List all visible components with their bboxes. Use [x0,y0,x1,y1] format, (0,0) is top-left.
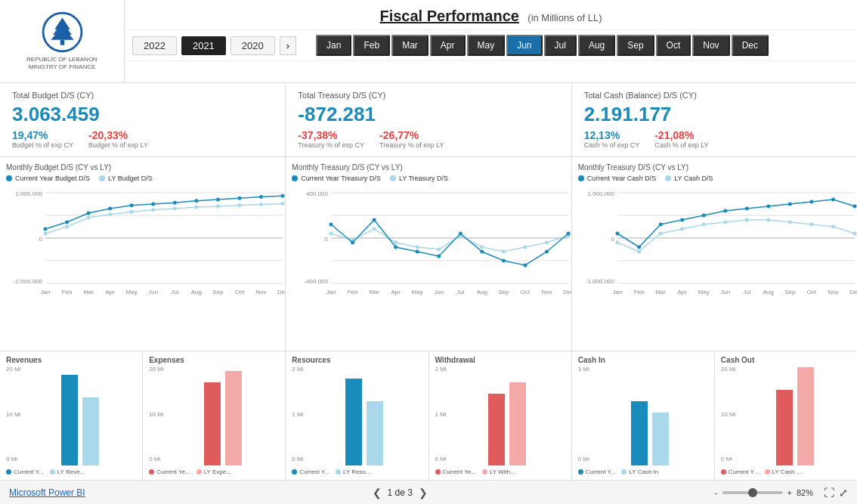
svg-text:Jul: Jul [743,289,750,295]
month-tab-nov[interactable]: Nov [692,35,729,56]
svg-point-122 [723,221,727,224]
zoom-slider[interactable] [722,491,783,494]
month-tab-jun[interactable]: Jun [506,35,542,56]
svg-text:Sep: Sep [499,289,510,295]
kpi-pct-0-0: 19,47% [12,129,73,141]
kpi-row: Total Budget D/S (CY)3.063.45919,47%Budg… [0,83,857,157]
svg-point-90 [459,232,463,236]
power-bi-link[interactable]: Microsoft Power BI [9,487,85,498]
bar-legend-label-ly-3: LY With... [490,468,515,475]
kpi-label-0-0: Budget % of exp CY [12,141,73,149]
year-nav-arrow[interactable]: › [280,36,296,55]
logo-icon [42,11,83,53]
svg-text:Jul: Jul [171,289,178,295]
svg-text:Sep: Sep [784,289,796,295]
bar-cy-0 [61,375,78,465]
footer-zoom: - + 82% ⛶ ⤢ [715,487,848,499]
svg-text:Aug: Aug [191,289,202,295]
svg-point-88 [416,250,419,254]
month-tab-apr[interactable]: Apr [430,35,466,56]
month-tab-dec[interactable]: Dec [732,35,769,56]
logo-section: REPUBLIC OF LEBANON MINISTRY OF FINANCE [0,0,125,82]
month-tab-aug[interactable]: Aug [578,35,615,56]
page-next-btn[interactable]: ❯ [419,487,428,499]
month-tab-feb[interactable]: Feb [353,35,390,56]
bar-legend-label-cy-1: Current Ye... [156,468,190,475]
bar-ly-5 [797,367,814,465]
legend-item-0-1: LY Budget D/S [99,175,153,182]
year-btn-2020[interactable]: 2020 [230,36,275,55]
svg-point-34 [194,206,198,209]
chart-panel-0: Monthly Budget D/S (CY vs LY)Current Yea… [0,157,286,351]
svg-text:Apr: Apr [391,289,401,295]
month-tab-jul[interactable]: Jul [544,35,577,56]
bar-legend-label-ly-2: LY Reso... [343,468,371,475]
bar-group-0 [24,366,137,465]
bar-panel-2: Resources2 Mi1 Mi0 MiCurrent Y...LY Reso… [286,351,428,480]
month-tab-jan[interactable]: Jan [316,35,351,56]
bar-panel-5: Cash Out20 Mi10 Mi0 MiCurrent Y...LY Cas… [715,351,857,480]
svg-point-76 [416,246,419,249]
svg-text:Dec: Dec [563,289,571,295]
svg-point-35 [216,205,220,209]
svg-rect-5 [60,39,64,45]
expand-icon[interactable]: ⛶ [824,487,834,499]
bar-legend-label-cy-0: Current Y... [14,468,44,475]
svg-text:Jan: Jan [41,289,51,295]
svg-text:Apr: Apr [677,289,687,295]
svg-point-131 [658,223,662,227]
svg-point-38 [281,202,285,206]
chart-legend-2: Current Year Cash D/SLY Cash D/S [578,175,851,182]
bar-group-1 [167,366,280,465]
svg-text:Aug: Aug [763,289,773,295]
bar-legend-label-cy-3: Current Ye... [443,468,476,475]
kpi-title-1: Total Treasury D/S (CY) [298,91,558,100]
month-tab-sep[interactable]: Sep [617,35,654,56]
svg-text:Feb: Feb [633,289,644,295]
svg-point-140 [852,205,856,209]
legend-item-1-1: LY Treasury D/S [390,175,448,182]
bar-panel-0: Revenues20 Mi10 Mi0 MiCurrent Y...LY Rev… [0,351,143,480]
svg-point-42 [108,207,112,211]
fullscreen-icon[interactable]: ⤢ [839,487,848,499]
bar-legend-1: Current Ye...LY Expe... [149,468,279,475]
svg-point-27 [44,232,48,236]
chart-panel-2: Monthly Treasury D/S (CY vs LY)Current Y… [572,157,857,351]
zoom-plus[interactable]: + [787,488,792,497]
svg-point-127 [831,225,835,229]
svg-point-93 [524,264,528,267]
svg-text:May: May [412,289,423,295]
bar-legend-3: Current Ye...LY With... [435,468,565,475]
chart-title-0: Monthly Budget D/S (CY vs LY) [6,163,279,172]
svg-point-120 [680,227,684,231]
svg-text:Feb: Feb [62,289,73,295]
svg-text:1.000.000: 1.000.000 [15,190,42,197]
bar-legend-label-ly-5: LY Cash ... [772,468,802,475]
svg-text:Jul: Jul [456,289,464,295]
kpi-label-0-1: Budget % of exp LY [88,141,148,149]
month-tab-oct[interactable]: Oct [656,35,691,56]
svg-point-135 [744,207,748,211]
bar-ly-4 [652,413,669,465]
nav-bar: 2022 2021 2020 › JanFebMarAprMayJunJulAu… [125,30,857,61]
page-prev-btn[interactable]: ❮ [373,487,382,499]
svg-text:Jan: Jan [612,289,622,295]
bar-legend-0: Current Y...LY Reve... [6,468,136,475]
month-tab-mar[interactable]: Mar [391,35,428,56]
kpi-label-2-0: Cash % of exp CY [584,141,640,149]
year-btn-2021[interactable]: 2021 [181,36,226,55]
zoom-minus[interactable]: - [715,488,718,497]
title-bar: Fiscal Performance (in Millions of LL) [125,0,857,30]
legend-item-1-0: Current Year Treasury D/S [292,175,381,182]
bar-chart-title-3: Withdrawal [435,356,565,364]
chart-row: Monthly Budget D/S (CY vs LY)Current Yea… [0,157,857,351]
svg-text:Jan: Jan [326,289,336,295]
bar-cy-3 [488,394,505,465]
svg-point-46 [194,199,198,203]
year-btn-2022[interactable]: 2022 [132,36,177,55]
svg-point-130 [637,246,641,249]
month-tab-may[interactable]: May [467,35,506,56]
svg-point-41 [87,212,91,215]
svg-point-128 [852,232,856,236]
chart-legend-0: Current Year Budget D/SLY Budget D/S [6,175,279,182]
